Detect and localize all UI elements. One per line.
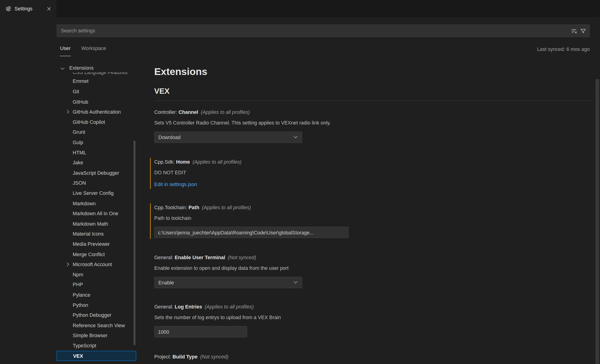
setting-scope_note: (Applies to all profiles) [205, 304, 254, 310]
setting-scope_note: (Not synced) [228, 255, 256, 260]
dropdown-selected-value: Enable [159, 280, 174, 285]
setting-label: Cpp.Toolchain: Path(Applies to all profi… [154, 204, 537, 211]
setting-scope_note: (Not synced) [200, 354, 228, 360]
vscode-settings-window: Settings User [0, 0, 600, 364]
setting-category: Project: [154, 354, 173, 360]
toc-header-label: Extensions [69, 65, 94, 71]
edit-in-settings-json-link[interactable]: Edit in settings.json [154, 181, 197, 188]
setting-channel: Controller: Channel(Applies to all profi… [154, 109, 537, 143]
editor-scrollbar[interactable] [595, 79, 599, 364]
setting-description: Enable extension to open and display dat… [154, 265, 537, 272]
setting-label: Cpp.Sdk: Home(Applies to all profiles) [154, 158, 537, 165]
setting-label: General: Log Entries(Applies to all prof… [154, 304, 537, 310]
setting-label: General: Enable User Terminal(Not synced… [154, 254, 537, 261]
setting-home: Cpp.Sdk: Home(Applies to all profiles)DO… [154, 158, 537, 188]
setting-name: Home [176, 159, 190, 165]
setting-description: Sets V5 Controller Radio Channel. This s… [154, 120, 537, 127]
setting-category: Cpp.Sdk: [154, 159, 176, 165]
setting-description: Path to toolchain [154, 215, 537, 222]
setting-enable-user-terminal: General: Enable User Terminal(Not synced… [154, 254, 537, 288]
dropdown-selected-value: Download [159, 135, 181, 140]
chevron-down-icon [61, 66, 64, 69]
setting-build-type: Project: Build Type(Not synced) [154, 354, 537, 361]
setting-label: Project: Build Type(Not synced) [154, 354, 537, 361]
setting-name: Build Type [172, 354, 197, 360]
setting-label: Controller: Channel(Applies to all profi… [154, 109, 537, 116]
setting-category: General: [154, 304, 175, 310]
setting-dropdown[interactable]: Download [154, 131, 302, 143]
setting-scope_note: (Applies to all profiles) [201, 109, 250, 115]
setting-scope_note: (Applies to all profiles) [202, 205, 251, 210]
setting-name: Log Entries [175, 304, 202, 310]
setting-log-entries: General: Log Entries(Applies to all prof… [154, 304, 537, 338]
settings-list: Controller: Channel(Applies to all profi… [0, 0, 600, 364]
setting-name: Channel [178, 109, 198, 115]
setting-name: Enable User Terminal [175, 255, 225, 260]
setting-category: Cpp.Toolchain: [154, 205, 188, 210]
setting-dropdown[interactable]: Enable [154, 277, 302, 288]
setting-description: DO NOT EDIT [154, 169, 537, 176]
setting-description: Sets the number of log entrys to upload … [154, 314, 537, 321]
setting-scope_note: (Applies to all profiles) [193, 159, 241, 165]
setting-text-input[interactable] [154, 326, 247, 338]
setting-category: Controller: [154, 109, 178, 115]
chevron-down-icon [294, 135, 298, 138]
setting-name: Path [188, 205, 199, 210]
setting-category: General: [154, 255, 175, 260]
chevron-down-icon [294, 280, 298, 283]
setting-text-input[interactable] [154, 227, 349, 238]
toc-scrollbar[interactable] [133, 141, 135, 345]
toc-header-extensions[interactable]: Extensions [56, 63, 136, 73]
setting-path: Cpp.Toolchain: Path(Applies to all profi… [154, 204, 537, 238]
